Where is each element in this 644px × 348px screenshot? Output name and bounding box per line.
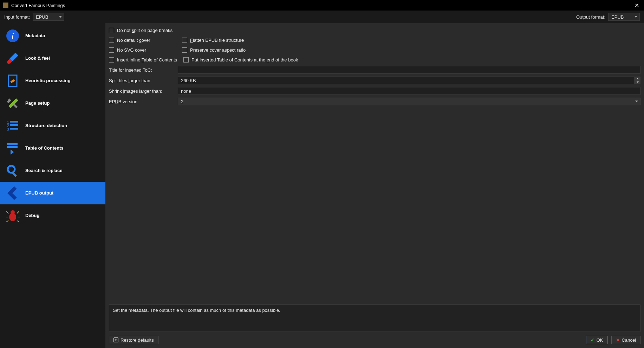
tools-icon [5,96,20,111]
sidebar-item-label: Metadata [25,33,45,39]
output-format-select[interactable]: EPUB [608,13,640,21]
shrink-images-value: none [181,88,191,94]
main-area: i Metadata Look & feel Heuristic process… [0,23,644,348]
magnify-icon [5,163,20,178]
sidebar-item-label: Table of Contents [25,145,64,151]
sidebar-item-label: Debug [25,213,39,218]
checkbox-label: Insert inline Table of Contents [117,57,177,63]
sidebar-item-structure[interactable]: 1 2 3 Structure detection [0,114,105,137]
status-text: Set the metadata. The output file will c… [109,304,640,332]
footer-bar: ⟲ Restore defaults ✓ OK ✕ Cancel [109,335,640,345]
x-icon: ✕ [616,337,620,343]
split-files-value: 260 KB [181,78,196,83]
checkbox-label: No default cover [117,38,150,43]
input-format-group: Input format: EPUB [4,13,64,21]
chevron-down-icon [635,101,638,103]
svg-rect-3 [10,79,15,83]
epub-version-label: EPUB version: [109,99,178,104]
chevron-left-icon [5,185,20,201]
checkbox-icon [109,47,114,53]
checkbox-icon [183,57,189,63]
checkbox-icon [182,38,187,43]
checkbox-toc-at-end[interactable]: Put inserted Table of Contents at the en… [183,57,298,63]
svg-rect-13 [12,172,17,177]
app-icon [3,2,8,8]
checkbox-label: Put inserted Table of Contents at the en… [191,57,298,63]
output-format-value: EPUB [611,14,624,20]
output-format-group: Output format: EPUB [576,13,640,21]
checkbox-label: Preserve cover aspect ratio [190,47,246,53]
svg-rect-7 [10,124,18,126]
indent-list-icon [5,140,20,156]
format-bar: Input format: EPUB Output format: EPUB [0,11,644,23]
restore-defaults-label: Restore defaults [121,337,154,343]
chevron-down-icon [635,16,637,18]
checkbox-insert-inline-toc[interactable]: Insert inline Table of Contents [109,57,177,63]
epub-version-select[interactable]: 2 [178,98,640,105]
checkbox-flatten[interactable]: Flatten EPUB file structure [182,38,249,43]
sidebar-item-page-setup[interactable]: Page setup [0,92,105,114]
svg-text:3: 3 [7,127,9,131]
restore-defaults-button[interactable]: ⟲ Restore defaults [109,336,158,344]
svg-point-15 [11,210,15,214]
spinner-down-icon[interactable] [635,80,640,84]
split-files-spinner[interactable]: 260 KB [178,77,640,84]
brush-icon [5,51,20,66]
sidebar-item-search-replace[interactable]: Search & replace [0,159,105,182]
epub-version-value: 2 [181,99,183,104]
close-icon[interactable]: ✕ [632,1,641,9]
bug-icon [5,208,20,223]
spinner-up-icon[interactable] [635,77,640,80]
sidebar-item-label: Search & replace [25,168,63,173]
sidebar-item-heuristic[interactable]: Heuristic processing [0,70,105,92]
sidebar-item-label: Structure detection [25,123,67,129]
checkbox-label: Do not split on page breaks [117,28,173,33]
title-toc-label: Title for inserted ToC: [109,67,178,73]
checkbox-icon [109,38,114,43]
input-format-select[interactable]: EPUB [33,13,64,21]
checkbox-no-svg-cover[interactable]: No SVG cover [109,47,176,53]
split-files-label: Split files larger than: [109,78,178,83]
chevron-down-icon [59,16,62,18]
cancel-label: Cancel [622,337,636,343]
sidebar: i Metadata Look & feel Heuristic process… [0,23,105,348]
cancel-button[interactable]: ✕ Cancel [611,336,640,344]
titlebar: Convert Famous Paintings ✕ [0,0,644,11]
svg-line-21 [17,221,19,222]
svg-rect-11 [7,146,18,148]
options-area: Do not split on page breaks No default c… [109,25,640,304]
svg-line-17 [17,211,19,214]
input-format-value: EPUB [36,14,48,20]
spinner-buttons [635,77,640,84]
title-toc-input[interactable] [178,66,640,74]
checkbox-label: Flatten EPUB file structure [190,38,244,43]
shrink-images-label: Shrink images larger than: [109,88,178,94]
info-icon: i [5,28,20,44]
content-pane: Do not split on page breaks No default c… [105,23,644,348]
ok-button[interactable]: ✓ OK [586,336,608,344]
svg-line-20 [6,221,8,222]
svg-point-12 [8,166,15,173]
svg-rect-9 [10,128,18,130]
sidebar-item-look-feel[interactable]: Look & feel [0,47,105,70]
check-icon: ✓ [591,337,594,343]
titlebar-left: Convert Famous Paintings [3,2,65,8]
sidebar-item-toc[interactable]: Table of Contents [0,137,105,159]
checkbox-no-default-cover[interactable]: No default cover [109,38,176,43]
svg-rect-5 [10,121,18,123]
sidebar-item-debug[interactable]: Debug [0,204,105,227]
checkbox-icon [109,28,114,33]
sidebar-item-metadata[interactable]: i Metadata [0,25,105,47]
checkbox-preserve-aspect[interactable]: Preserve cover aspect ratio [182,47,249,53]
shrink-images-input[interactable]: none [178,87,640,95]
ok-label: OK [597,337,603,343]
sidebar-item-label: Look & feel [25,55,50,61]
document-icon [5,73,20,88]
output-format-label: Output format: [576,14,605,20]
checkbox-icon [182,47,187,53]
sidebar-item-epub-output[interactable]: EPUB output [0,182,105,204]
sidebar-item-label: Page setup [25,100,50,106]
window-title: Convert Famous Paintings [11,3,65,8]
svg-rect-10 [7,143,18,145]
checkbox-no-split[interactable]: Do not split on page breaks [109,28,176,33]
